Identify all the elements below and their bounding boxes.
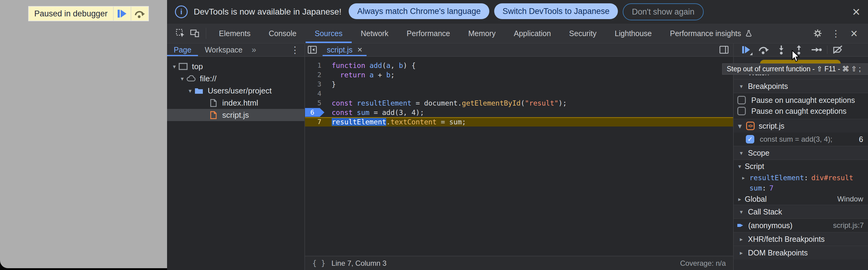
tree-item-label: Users/user/project — [208, 86, 272, 96]
navigator-more-options-button[interactable]: ⋮ — [290, 44, 304, 55]
toggle-device-toolbar-button[interactable] — [188, 24, 202, 43]
debugger-sidebar: Step out of current function - ⇧ F11 - ⌘… — [734, 43, 868, 270]
tab-elements[interactable]: Elements — [210, 24, 259, 43]
mouse-cursor — [791, 50, 801, 62]
xhr-breakpoints-header[interactable]: ▸ XHR/fetch Breakpoints — [734, 232, 868, 246]
tab-network[interactable]: Network — [352, 24, 398, 43]
scope-variables: ▸resultElement:div#resultsum:7 — [734, 173, 868, 193]
tab-memory[interactable]: Memory — [459, 24, 504, 43]
pause-uncaught-checkbox[interactable] — [737, 96, 746, 104]
global-label: Global — [745, 195, 767, 204]
code-token: = — [437, 118, 449, 126]
navigator-tab-workspace[interactable]: Workspace — [198, 43, 249, 56]
pause-caught-exceptions-row[interactable]: Pause on caught exceptions — [734, 106, 868, 117]
tab-performance[interactable]: Performance — [398, 24, 459, 43]
navigator-tab-page[interactable]: Page — [167, 43, 198, 56]
scope-global-row[interactable]: ▸ Global Window — [734, 193, 868, 205]
code-token: add — [382, 109, 395, 117]
line-number-gutter[interactable]: 7 — [305, 117, 328, 126]
code-token: resultElement — [357, 99, 411, 107]
code-token: document — [424, 99, 458, 107]
code-editor[interactable]: 1function add(a, b) {2 return a + b;3}45… — [305, 57, 733, 256]
code-line-4[interactable]: 4 — [305, 89, 733, 98]
toggle-debugger-sidebar-button[interactable] — [717, 46, 731, 54]
notification-action-button[interactable]: Switch DevTools to Japanese — [494, 3, 618, 19]
panel-tabs: ElementsConsoleSourcesNetworkPerformance… — [210, 24, 762, 43]
notification-action-button[interactable]: Always match Chrome's language — [349, 3, 489, 19]
code-line-3[interactable]: 3} — [305, 80, 733, 89]
breakpoint-enabled-checkbox[interactable]: ✓ — [746, 135, 754, 144]
pretty-print-icon[interactable]: { } — [312, 259, 325, 268]
line-number-gutter[interactable]: 3 — [305, 80, 328, 89]
global-value: Window — [837, 195, 863, 203]
code-line-7[interactable]: 7resultElement.textContent = sum; — [305, 117, 733, 126]
pause-uncaught-exceptions-row[interactable]: Pause on uncaught exceptions — [734, 95, 868, 106]
deactivate-breakpoints-button[interactable] — [829, 43, 847, 56]
breakpoint-marker[interactable]: 6 — [305, 108, 324, 117]
coverage-label: Coverage: n/a — [680, 259, 726, 268]
tree-item-top[interactable]: ▾top — [167, 60, 304, 72]
scope-variable-sum[interactable]: sum:7 — [734, 183, 868, 193]
caret-collapsed-icon: ▸ — [738, 236, 744, 243]
toggle-navigator-button[interactable] — [305, 46, 319, 54]
callstack-section-header[interactable]: ▾ Call Stack — [734, 205, 868, 218]
dont-show-again-button[interactable]: Don't show again — [623, 3, 703, 20]
tab-console[interactable]: Console — [259, 24, 306, 43]
scope-variable-resultElement[interactable]: ▸resultElement:div#result — [734, 173, 868, 183]
code-line-2[interactable]: 2 return a + b; — [305, 70, 733, 80]
step-over-banner-button[interactable] — [131, 7, 148, 21]
line-number-gutter[interactable]: 2 — [305, 70, 328, 80]
resume-script-button[interactable] — [113, 7, 131, 21]
tree-item-index-html[interactable]: index.html — [167, 97, 304, 109]
code-line-1[interactable]: 1function add(a, b) { — [305, 61, 733, 70]
editor-tab-scriptjs[interactable]: script.js × — [322, 43, 367, 56]
step-into-button[interactable] — [773, 43, 790, 56]
line-number-gutter[interactable]: 1 — [305, 61, 328, 70]
code-line-5[interactable]: 5const resultElement = document.getEleme… — [305, 98, 733, 108]
line-number-gutter[interactable]: 6 — [305, 108, 328, 117]
variable-value: div#result — [811, 174, 853, 182]
inspect-element-button[interactable] — [173, 24, 188, 43]
breakpoints-section-header[interactable]: ▾ Breakpoints — [734, 79, 868, 93]
paused-banner-label: Paused in debugger — [29, 7, 113, 21]
variable-name: resultElement — [749, 174, 804, 182]
breakpoint-entry[interactable]: ✓ const sum = add(3, 4); 6 — [734, 132, 868, 146]
breakpoint-file-header[interactable]: ▾ <> script.js — [734, 119, 868, 132]
tab-lighthouse[interactable]: Lighthouse — [606, 24, 661, 43]
tree-item-Users-user-project[interactable]: ▾Users/user/project — [167, 85, 304, 97]
tab-label: Network — [361, 29, 389, 38]
callstack-frame[interactable]: (anonymous) script.js:7 — [734, 218, 868, 232]
code-line-text: } — [328, 80, 336, 88]
tree-item-file-[interactable]: ▾file:// — [167, 72, 304, 85]
tab-sources[interactable]: Sources — [306, 24, 352, 43]
close-devtools-button[interactable]: × — [846, 27, 862, 40]
tree-item-script-js[interactable]: script.js — [167, 109, 304, 121]
dom-breakpoints-header[interactable]: ▸ DOM Breakpoints — [734, 246, 868, 260]
code-token: resultElement — [332, 118, 386, 126]
settings-button[interactable] — [810, 29, 826, 38]
folder-icon — [194, 87, 204, 94]
resume-button[interactable] — [737, 43, 755, 56]
dom-breakpoints-label: DOM Breakpoints — [748, 248, 808, 257]
notification-close-icon[interactable]: × — [852, 5, 860, 19]
code-line-6[interactable]: 6const sum = add(3, 4); — [305, 108, 733, 117]
tab-security[interactable]: Security — [560, 24, 606, 43]
tab-performance-insights[interactable]: Performance insights — [661, 24, 762, 43]
pause-caught-checkbox[interactable] — [737, 107, 746, 115]
code-line-text: function add(a, b) { — [328, 62, 416, 69]
step-button[interactable] — [808, 43, 825, 56]
step-over-button[interactable] — [755, 43, 773, 56]
more-options-button[interactable]: ⋮ — [828, 28, 844, 39]
code-token — [365, 62, 370, 69]
line-number-gutter[interactable]: 5 — [305, 98, 328, 108]
tab-close-icon[interactable]: × — [358, 45, 362, 55]
code-token — [332, 71, 340, 79]
tab-application[interactable]: Application — [505, 24, 560, 43]
line-number-gutter[interactable]: 4 — [305, 89, 328, 98]
scope-script-group[interactable]: ▾ Script — [734, 159, 868, 173]
more-tabs-chevron-icon[interactable]: » — [249, 45, 258, 55]
code-token: getElementById — [462, 99, 521, 107]
scope-section-header[interactable]: ▾ Scope — [734, 146, 868, 159]
tab-label: Elements — [219, 29, 250, 38]
tree-item-label: index.html — [222, 98, 258, 108]
